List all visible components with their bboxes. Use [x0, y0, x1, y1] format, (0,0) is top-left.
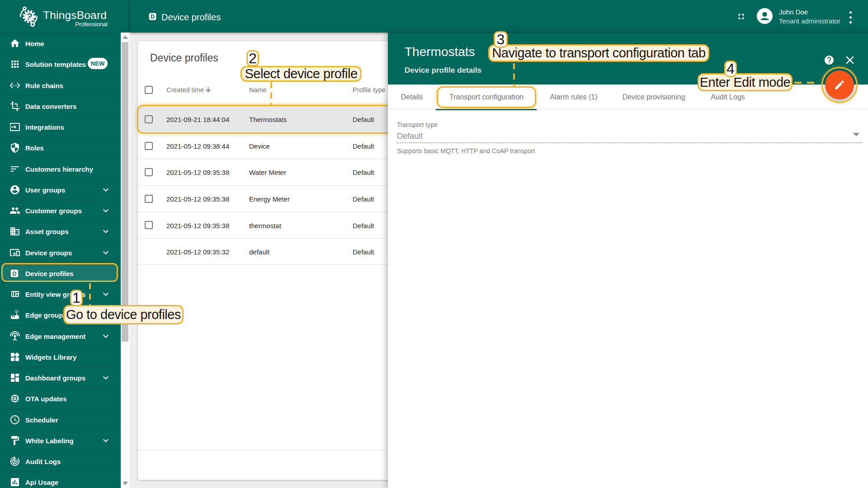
svg-text:D: D	[151, 13, 155, 20]
